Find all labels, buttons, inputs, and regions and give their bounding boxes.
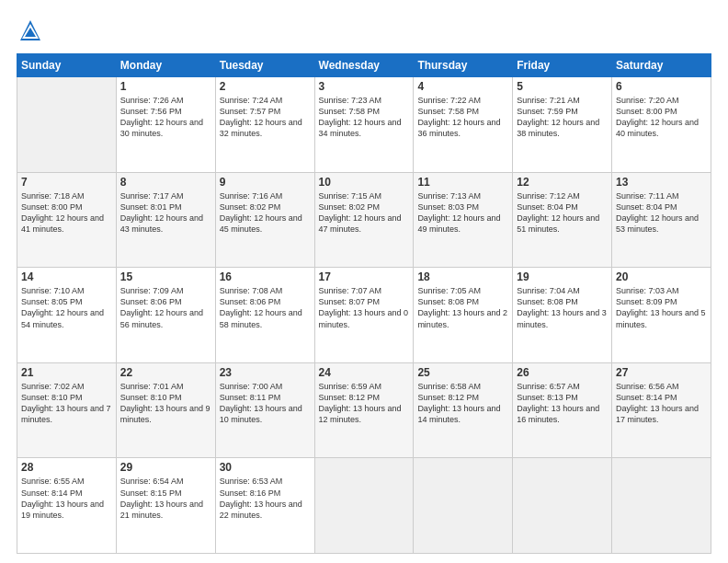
day-number: 1 [120,80,211,93]
day-number: 26 [517,366,608,379]
day-number: 18 [417,270,508,283]
calendar-week-row: 1Sunrise: 7:26 AMSunset: 7:56 PMDaylight… [17,77,711,173]
day-number: 9 [220,176,311,189]
weekday-header: Thursday [414,54,513,77]
day-info: Sunrise: 6:59 AMSunset: 8:12 PMDaylight:… [319,381,410,426]
day-number: 16 [220,270,311,283]
calendar-week-row: 21Sunrise: 7:02 AMSunset: 8:10 PMDayligh… [17,362,711,458]
calendar-day-cell: 9Sunrise: 7:16 AMSunset: 8:02 PMDaylight… [215,172,314,268]
day-info: Sunrise: 6:58 AMSunset: 8:12 PMDaylight:… [417,381,508,426]
day-info: Sunrise: 7:10 AMSunset: 8:05 PMDaylight:… [21,285,112,330]
calendar-day-cell: 15Sunrise: 7:09 AMSunset: 8:06 PMDayligh… [116,268,215,363]
day-info: Sunrise: 7:11 AMSunset: 8:04 PMDaylight:… [616,190,707,236]
calendar-day-cell: 17Sunrise: 7:07 AMSunset: 8:07 PMDayligh… [314,268,414,363]
day-number: 11 [417,176,508,189]
day-info: Sunrise: 7:02 AMSunset: 8:10 PMDaylight:… [21,381,112,426]
calendar-day-cell: 8Sunrise: 7:17 AMSunset: 8:01 PMDaylight… [116,172,215,268]
day-number: 4 [417,80,508,93]
calendar-day-cell: 25Sunrise: 6:58 AMSunset: 8:12 PMDayligh… [414,362,513,458]
calendar-day-cell: 26Sunrise: 6:57 AMSunset: 8:13 PMDayligh… [513,362,612,458]
day-number: 25 [417,366,508,379]
day-info: Sunrise: 6:53 AMSunset: 8:16 PMDaylight:… [220,476,311,521]
day-number: 7 [21,176,112,189]
calendar-day-cell [612,458,711,554]
day-number: 28 [21,461,112,474]
calendar-day-cell: 12Sunrise: 7:12 AMSunset: 8:04 PMDayligh… [513,172,612,268]
day-info: Sunrise: 7:26 AMSunset: 7:56 PMDaylight:… [120,95,211,140]
day-number: 27 [616,366,707,379]
calendar-day-cell: 3Sunrise: 7:23 AMSunset: 7:58 PMDaylight… [314,77,414,173]
weekday-header-row: SundayMondayTuesdayWednesdayThursdayFrid… [17,54,711,77]
calendar-table: SundayMondayTuesdayWednesdayThursdayFrid… [17,53,711,554]
calendar-day-cell: 21Sunrise: 7:02 AMSunset: 8:10 PMDayligh… [17,362,117,458]
day-info: Sunrise: 7:07 AMSunset: 8:07 PMDaylight:… [319,285,410,330]
day-info: Sunrise: 7:03 AMSunset: 8:09 PMDaylight:… [616,285,707,330]
day-info: Sunrise: 7:17 AMSunset: 8:01 PMDaylight:… [120,190,211,236]
day-info: Sunrise: 7:09 AMSunset: 8:06 PMDaylight:… [120,285,211,330]
day-number: 2 [220,80,311,93]
calendar-day-cell: 7Sunrise: 7:18 AMSunset: 8:00 PMDaylight… [17,172,117,268]
calendar-day-cell [513,458,612,554]
calendar-day-cell: 22Sunrise: 7:01 AMSunset: 8:10 PMDayligh… [116,362,215,458]
day-number: 17 [319,270,410,283]
day-info: Sunrise: 6:56 AMSunset: 8:14 PMDaylight:… [616,381,707,426]
day-info: Sunrise: 6:54 AMSunset: 8:15 PMDaylight:… [120,476,211,521]
day-number: 30 [220,461,311,474]
weekday-header: Monday [116,54,215,77]
day-info: Sunrise: 7:08 AMSunset: 8:06 PMDaylight:… [220,285,311,330]
calendar-day-cell: 20Sunrise: 7:03 AMSunset: 8:09 PMDayligh… [612,268,711,363]
calendar-day-cell [414,458,513,554]
day-number: 23 [220,366,311,379]
page: SundayMondayTuesdayWednesdayThursdayFrid… [0,0,728,563]
calendar-day-cell: 6Sunrise: 7:20 AMSunset: 8:00 PMDaylight… [612,77,711,173]
calendar-day-cell [17,77,117,173]
day-number: 14 [21,270,112,283]
weekday-header: Tuesday [215,54,314,77]
weekday-header: Wednesday [314,54,414,77]
day-number: 22 [120,366,211,379]
day-number: 13 [616,176,707,189]
day-number: 21 [21,366,112,379]
day-info: Sunrise: 6:57 AMSunset: 8:13 PMDaylight:… [517,381,608,426]
day-number: 29 [120,461,211,474]
day-number: 12 [517,176,608,189]
logo [17,17,48,44]
day-number: 3 [319,80,410,93]
calendar-day-cell: 10Sunrise: 7:15 AMSunset: 8:02 PMDayligh… [314,172,414,268]
calendar-day-cell: 1Sunrise: 7:26 AMSunset: 7:56 PMDaylight… [116,77,215,173]
day-info: Sunrise: 7:13 AMSunset: 8:03 PMDaylight:… [417,190,508,236]
day-info: Sunrise: 7:21 AMSunset: 7:59 PMDaylight:… [517,95,608,140]
calendar-day-cell: 16Sunrise: 7:08 AMSunset: 8:06 PMDayligh… [215,268,314,363]
calendar-day-cell [314,458,414,554]
day-number: 24 [319,366,410,379]
calendar-week-row: 28Sunrise: 6:55 AMSunset: 8:14 PMDayligh… [17,458,711,554]
calendar-week-row: 7Sunrise: 7:18 AMSunset: 8:00 PMDaylight… [17,172,711,268]
day-info: Sunrise: 7:15 AMSunset: 8:02 PMDaylight:… [319,190,410,236]
calendar-week-row: 14Sunrise: 7:10 AMSunset: 8:05 PMDayligh… [17,268,711,363]
day-info: Sunrise: 7:12 AMSunset: 8:04 PMDaylight:… [517,190,608,236]
logo-icon [17,17,44,44]
day-info: Sunrise: 7:18 AMSunset: 8:00 PMDaylight:… [21,190,112,236]
calendar-day-cell: 19Sunrise: 7:04 AMSunset: 8:08 PMDayligh… [513,268,612,363]
calendar-day-cell: 13Sunrise: 7:11 AMSunset: 8:04 PMDayligh… [612,172,711,268]
weekday-header: Saturday [612,54,711,77]
calendar-day-cell: 29Sunrise: 6:54 AMSunset: 8:15 PMDayligh… [116,458,215,554]
day-info: Sunrise: 7:16 AMSunset: 8:02 PMDaylight:… [220,190,311,236]
day-number: 19 [517,270,608,283]
day-info: Sunrise: 7:05 AMSunset: 8:08 PMDaylight:… [417,285,508,330]
day-info: Sunrise: 7:01 AMSunset: 8:10 PMDaylight:… [120,381,211,426]
day-info: Sunrise: 7:20 AMSunset: 8:00 PMDaylight:… [616,95,707,140]
calendar-day-cell: 24Sunrise: 6:59 AMSunset: 8:12 PMDayligh… [314,362,414,458]
calendar-day-cell: 2Sunrise: 7:24 AMSunset: 7:57 PMDaylight… [215,77,314,173]
calendar-day-cell: 18Sunrise: 7:05 AMSunset: 8:08 PMDayligh… [414,268,513,363]
calendar-day-cell: 28Sunrise: 6:55 AMSunset: 8:14 PMDayligh… [17,458,117,554]
weekday-header: Friday [513,54,612,77]
day-number: 15 [120,270,211,283]
day-info: Sunrise: 7:04 AMSunset: 8:08 PMDaylight:… [517,285,608,330]
calendar-day-cell: 4Sunrise: 7:22 AMSunset: 7:58 PMDaylight… [414,77,513,173]
weekday-header: Sunday [17,54,117,77]
day-info: Sunrise: 7:24 AMSunset: 7:57 PMDaylight:… [220,95,311,140]
day-number: 8 [120,176,211,189]
calendar-day-cell: 27Sunrise: 6:56 AMSunset: 8:14 PMDayligh… [612,362,711,458]
day-info: Sunrise: 7:00 AMSunset: 8:11 PMDaylight:… [220,381,311,426]
